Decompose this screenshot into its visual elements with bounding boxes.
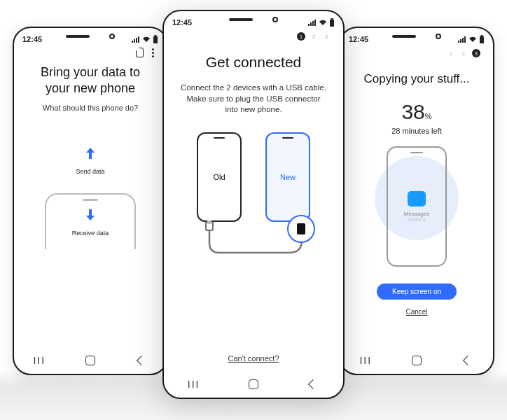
svg-rect-1	[155, 35, 157, 36]
signal-icon	[132, 36, 140, 43]
old-phone-illustration: Old	[197, 132, 242, 222]
nav-bar: III	[164, 371, 343, 398]
step-1: 1	[447, 49, 455, 57]
sd-card-icon[interactable]	[136, 48, 144, 57]
more-options-icon[interactable]	[152, 48, 154, 57]
nav-back-button[interactable]	[303, 377, 324, 392]
status-time: 12:45	[22, 35, 42, 43]
svg-rect-2	[330, 20, 334, 27]
old-phone-label: Old	[213, 173, 225, 181]
usb-adapter-icon	[287, 215, 315, 243]
device-notch	[66, 34, 115, 39]
progress-percent: 38%	[352, 100, 482, 124]
receive-data-option[interactable]: Receive data	[45, 193, 136, 249]
nav-home-button[interactable]	[243, 377, 264, 392]
receive-label: Receive data	[72, 230, 109, 237]
cancel-link[interactable]: Cancel	[352, 308, 482, 316]
nav-home-button[interactable]	[406, 353, 427, 368]
page-title: Get connected	[175, 53, 332, 71]
nav-bar: III	[14, 347, 167, 374]
phone-screen-center: 12:45 1 2 3 Get connected Connect the 2 …	[162, 10, 345, 399]
step-indicator: 1 2 3	[164, 29, 343, 41]
new-phone-illustration: New	[265, 132, 310, 222]
nav-home-button[interactable]	[80, 353, 101, 368]
nav-recents-button[interactable]: III	[355, 353, 376, 368]
svg-rect-4	[206, 222, 213, 230]
wifi-icon	[319, 19, 327, 26]
send-label: Send data	[25, 168, 155, 175]
phone-screen-left: 12:45 Bring your data toyour new phone W…	[13, 27, 168, 375]
signal-icon	[458, 36, 466, 43]
battery-icon	[329, 18, 335, 27]
svg-rect-8	[480, 36, 484, 43]
svg-rect-3	[331, 18, 333, 20]
nav-recents-button[interactable]: III	[29, 353, 50, 368]
phone-screen-right: 12:45 1 2 3 Copying your stuff... 38% 28…	[339, 27, 494, 375]
step-3: 3	[472, 49, 480, 57]
step-2: 2	[459, 49, 468, 57]
page-title: Copying your stuff...	[352, 71, 482, 86]
svg-rect-0	[153, 36, 158, 43]
status-time: 12:45	[349, 35, 368, 43]
step-2: 2	[310, 32, 318, 41]
battery-icon	[153, 35, 158, 43]
page-subtitle: Connect the 2 devices with a USB cable. …	[175, 83, 332, 115]
new-phone-label: New	[280, 173, 296, 181]
nav-bar: III	[340, 347, 493, 374]
page-subtitle: What should this phone do?	[25, 103, 155, 113]
svg-rect-9	[481, 35, 483, 36]
nav-back-button[interactable]	[457, 353, 478, 368]
device-notch	[229, 17, 278, 22]
battery-icon	[479, 35, 485, 43]
page-title: Bring your data toyour new phone	[25, 64, 155, 96]
send-data-option[interactable]: Send data	[25, 146, 155, 175]
wifi-icon	[142, 36, 151, 43]
devices-illustration: Old New	[175, 132, 332, 222]
current-item-label: Messages	[404, 211, 429, 217]
wifi-icon	[468, 36, 477, 43]
keep-screen-on-button[interactable]: Keep screen on	[377, 284, 457, 300]
current-item-count: 12/4372	[408, 217, 425, 222]
step-1: 1	[297, 32, 305, 41]
step-3: 3	[322, 32, 331, 41]
messages-icon	[408, 191, 426, 206]
cant-connect-link[interactable]: Can't connect?	[175, 354, 332, 363]
status-time: 12:45	[172, 18, 192, 27]
signal-icon	[308, 19, 317, 26]
arrow-down-icon	[83, 207, 98, 227]
device-notch	[392, 34, 441, 39]
nav-back-button[interactable]	[131, 353, 152, 368]
arrow-up-icon	[25, 146, 155, 165]
step-indicator: 1 2 3	[340, 46, 493, 57]
progress-phone-illustration: Messages 12/4372	[387, 146, 447, 267]
nav-recents-button[interactable]: III	[183, 377, 204, 392]
time-remaining: 28 minutes left	[352, 127, 482, 135]
